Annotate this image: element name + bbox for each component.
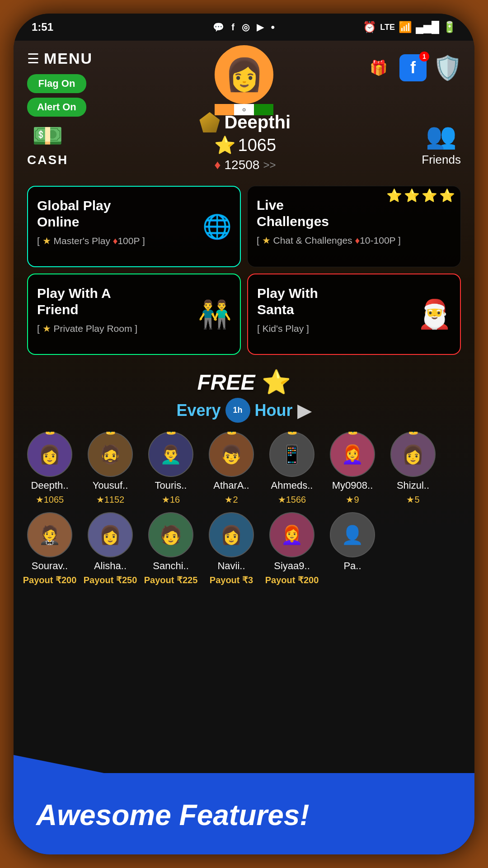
- dot-icon: ●: [271, 23, 275, 31]
- wifi-icon: 📶: [399, 21, 412, 33]
- player-name: Pa..: [343, 560, 361, 572]
- time-display: 1:51: [32, 21, 53, 33]
- alert-on-button[interactable]: Alert On: [27, 98, 86, 117]
- signal-icon: ▄▅█: [416, 21, 439, 33]
- friends-icon: 👥: [426, 121, 457, 151]
- messenger-icon: 💬: [213, 22, 224, 33]
- top-nav: ☰ MENU Flag On Alert On 👩 ⊙: [14, 41, 474, 121]
- player-card[interactable]: 👑 👦 AtharA.. ★2: [204, 432, 258, 505]
- crown-icon: 👑: [347, 432, 359, 435]
- friend-icon: 👬: [198, 298, 232, 330]
- player-card[interactable]: 👑 🧔 Yousuf.. ★1152: [83, 432, 137, 505]
- bottom-section: Awesome Features!: [14, 773, 474, 854]
- hamburger-icon[interactable]: ☰: [27, 51, 39, 66]
- gift-icon[interactable]: 🎁: [365, 54, 392, 81]
- player-avatar: 👩‍🦰: [269, 512, 314, 557]
- global-play-card[interactable]: Global PlayOnline [ ★ Master's Play ♦100…: [27, 186, 241, 267]
- player-card[interactable]: 👑 👩 Shizul.. ★5: [386, 432, 440, 505]
- player-card[interactable]: 👑 👩 Deepth.. ★1065: [23, 432, 77, 505]
- santa-icon: 🎅: [417, 298, 452, 330]
- player-name: Sanchi..: [153, 560, 189, 572]
- app-content: ☰ MENU Flag On Alert On 👩 ⊙: [14, 41, 474, 854]
- bottom-triangle: [14, 755, 104, 773]
- player-payout: Payout ₹250: [84, 575, 137, 585]
- player-avatar: 👩: [27, 432, 72, 477]
- player-avatar: 🧑: [148, 512, 193, 557]
- hour-label: Hour: [255, 401, 293, 420]
- player-card[interactable]: 👑 👨‍🦱 Touris.. ★16: [144, 432, 198, 505]
- forward-arrows: >>: [263, 159, 276, 171]
- player-stars: ★9: [346, 494, 359, 505]
- free-arrow-icon[interactable]: ▶: [297, 399, 312, 421]
- avatar-center: 👩 ⊙: [215, 45, 273, 115]
- flag-buttons: Flag On Alert On: [27, 74, 86, 117]
- youtube-icon: ▶: [257, 22, 263, 33]
- player-name: Yousuf..: [93, 480, 128, 491]
- play-friend-sub: [ ★ Private Play Room ]: [37, 322, 137, 335]
- user-avatar[interactable]: 👩: [215, 45, 273, 104]
- player-stars: ★1065: [36, 494, 64, 505]
- player-avatar: 👤: [330, 512, 375, 557]
- phone-body: 1:51 💬 f ◎ ▶ ● ⏰ LTE 📶 ▄▅█ 🔋: [14, 14, 474, 854]
- play-santa-title: Play WithSanta: [257, 285, 318, 318]
- friends-label: Friends: [422, 153, 461, 167]
- player-card[interactable]: 👑 📱 Ahmeds.. ★1566: [265, 432, 319, 505]
- challenge-stars-icon: ⭐ ⭐ ⭐ ⭐: [386, 188, 455, 203]
- diamond-score: ♦ 12508 >>: [214, 158, 276, 172]
- player-payout-card[interactable]: 🧑 Sanchi.. Payout ₹225: [144, 512, 198, 585]
- player-payout-card[interactable]: 👤 Pa..: [325, 512, 380, 585]
- play-santa-card[interactable]: Play WithSanta [ Kid's Play ] 🎅: [247, 274, 461, 355]
- player-avatar: 👨‍🦱: [148, 432, 193, 477]
- facebook-icon: f: [231, 22, 235, 33]
- cash-label: CASH: [27, 153, 68, 167]
- india-flag-bar: ⊙: [215, 104, 273, 115]
- free-sub: Every 1h Hour ▶: [176, 398, 311, 423]
- player-avatar: 👩: [88, 512, 133, 557]
- cash-section[interactable]: 💵 CASH: [27, 121, 68, 167]
- live-challenges-card[interactable]: LiveChallenges [ ★ Chat & Challenges ♦10…: [247, 186, 461, 267]
- player-stars: ★5: [406, 494, 419, 505]
- live-challenges-title: LiveChallenges: [257, 197, 329, 230]
- player-payout-card[interactable]: 👩 Navii.. Payout ₹3: [204, 512, 258, 585]
- free-star-icon: ⭐: [262, 368, 291, 396]
- global-play-title: Global PlayOnline: [37, 198, 111, 230]
- free-label: FREE: [197, 370, 255, 395]
- player-payout-card[interactable]: 👩‍🦰 Siyaa9.. Payout ₹200: [265, 512, 319, 585]
- player-name: My0908..: [332, 480, 373, 491]
- top-right-icons: 🎁 f 1 🛡️: [365, 54, 461, 81]
- player-name: Deepth..: [31, 480, 68, 491]
- player-avatar: 👩: [390, 432, 436, 477]
- player-avatar: 🤵: [27, 512, 72, 557]
- crown-icon: 👑: [407, 432, 419, 435]
- crown-icon: 👑: [225, 432, 238, 435]
- menu-label[interactable]: MENU: [44, 50, 93, 67]
- flag-on-button[interactable]: Flag On: [27, 74, 86, 93]
- player-payout: Payout ₹3: [210, 575, 253, 585]
- every-label: Every: [176, 401, 221, 420]
- player-card[interactable]: 👑 👩‍🦰 My0908.. ★9: [325, 432, 380, 505]
- player-name: Alisha..: [94, 560, 127, 572]
- player-payout: Payout ₹200: [265, 575, 319, 585]
- play-santa-sub: [ Kid's Play ]: [257, 322, 309, 335]
- crown-icon: 👑: [165, 432, 177, 435]
- friends-section[interactable]: 👥 Friends: [422, 121, 461, 167]
- player-payout-card[interactable]: 🤵 Sourav.. Payout ₹200: [23, 512, 77, 585]
- player-name: AtharA..: [213, 480, 249, 491]
- cash-icon: 💵: [32, 121, 63, 151]
- player-name: Ahmeds..: [271, 480, 313, 491]
- shield-verified-icon[interactable]: 🛡️: [434, 54, 461, 81]
- play-friend-card[interactable]: Play With AFriend [ ★ Private Play Room …: [27, 274, 241, 355]
- star2: ⭐: [404, 188, 420, 203]
- crown-icon: 👑: [104, 432, 117, 435]
- player-avatar: 👦: [209, 432, 254, 477]
- play-friend-title: Play With AFriend: [37, 285, 111, 318]
- phone-frame: 1:51 💬 f ◎ ▶ ● ⏰ LTE 📶 ▄▅█ 🔋: [0, 0, 488, 868]
- free-banner[interactable]: FREE ⭐ Every 1h Hour ▶: [14, 359, 474, 427]
- crown-icon: 👑: [44, 432, 56, 435]
- player-stars: ★2: [225, 494, 238, 505]
- player-stars: ★16: [162, 494, 180, 505]
- facebook-badge: 1: [419, 52, 429, 61]
- player-payout-card[interactable]: 👩 Alisha.. Payout ₹250: [83, 512, 137, 585]
- diamond-icon: ♦: [214, 158, 221, 172]
- battery-icon: 🔋: [443, 21, 456, 33]
